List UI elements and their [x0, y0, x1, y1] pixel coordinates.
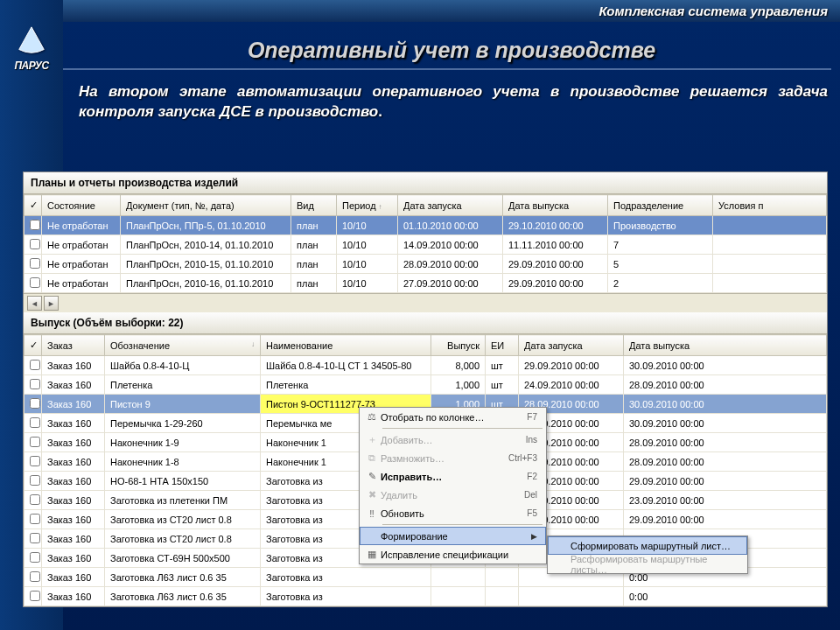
table-row[interactable]: Не отработанПланПрОсн, 2010-15, 01.10.20… — [24, 255, 827, 274]
row-checkbox[interactable] — [30, 258, 40, 269]
page-title: Оперативный учет в производстве — [63, 22, 840, 68]
row-checkbox[interactable] — [30, 360, 40, 370]
menu-item: ✖УдалитьDel — [360, 486, 546, 504]
col-order[interactable]: Заказ — [42, 335, 105, 356]
table-row[interactable]: Заказ 160Шайба 0.8-4-10-ЦШайба 0.8-4-10-… — [24, 356, 827, 375]
row-checkbox[interactable] — [30, 456, 40, 466]
row-checkbox[interactable] — [30, 398, 40, 409]
row-checkbox[interactable] — [30, 533, 40, 543]
plans-header-row[interactable]: ✓ Состояние Документ (тип, №, дата) Вид … — [24, 195, 827, 216]
row-checkbox[interactable] — [30, 239, 40, 249]
submenu-item[interactable]: Сформировать маршрутный лист… — [548, 536, 747, 555]
menu-icon: ⚖ — [363, 411, 381, 423]
menu-shortcut: Del — [524, 490, 537, 500]
table-row[interactable]: Не отработанПланПрОсн, 2010-16, 01.10.20… — [24, 274, 827, 293]
col-period[interactable]: Период↑ — [337, 195, 398, 216]
col-type[interactable]: Вид — [291, 195, 337, 216]
row-checkbox[interactable] — [30, 494, 40, 505]
menu-shortcut: F2 — [527, 472, 537, 481]
menu-label: Отобрать по колонке… — [381, 412, 527, 423]
col-start[interactable]: Дата запуска — [519, 335, 624, 356]
row-checkbox[interactable] — [30, 475, 40, 486]
row-checkbox[interactable] — [30, 571, 40, 582]
menu-item[interactable]: ‼ОбновитьF5 — [360, 504, 546, 522]
submenu-arrow-icon: ▶ — [531, 532, 537, 541]
title-divider — [63, 68, 831, 70]
row-checkbox[interactable] — [30, 379, 40, 389]
col-check[interactable]: ✓ — [24, 335, 42, 356]
menu-item: ＋Добавить…Ins — [360, 430, 546, 449]
col-state[interactable]: Состояние — [42, 195, 121, 216]
menu-separator — [382, 428, 542, 429]
context-menu[interactable]: ⚖Отобрать по колонке…F7＋Добавить…Ins⧉Раз… — [359, 407, 547, 564]
menu-icon: ▦ — [363, 549, 381, 560]
system-header: Комплексная система управления — [0, 0, 840, 22]
menu-shortcut: Ins — [526, 435, 537, 444]
table-row[interactable]: Заказ 160ПлетенкаПлетенка1,000шт24.09.20… — [24, 375, 827, 395]
table-row[interactable]: Заказ 160Заготовка Л63 лист 0.6 35Загото… — [24, 587, 827, 606]
col-end[interactable]: Дата выпуска — [503, 195, 608, 216]
row-checkbox[interactable] — [30, 220, 40, 230]
menu-label: Обновить — [381, 508, 527, 519]
panel-output-title: Выпуск (Объём выборки: 22) — [24, 312, 827, 334]
plans-grid[interactable]: ✓ Состояние Документ (тип, №, дата) Вид … — [24, 194, 827, 293]
menu-label: Размножить… — [381, 453, 508, 464]
menu-icon: ‼ — [363, 508, 381, 519]
col-cond[interactable]: Условия п — [713, 195, 827, 216]
table-row[interactable]: Не отработанПланПрОсн, ППр-5, 01.10.2010… — [24, 216, 827, 235]
menu-item[interactable]: ✎Исправить…F2 — [360, 467, 546, 486]
menu-icon: ✎ — [363, 471, 381, 482]
submenu-item: Расформировать маршрутные листы… — [548, 555, 747, 573]
menu-separator — [382, 524, 542, 525]
col-doc[interactable]: Документ (тип, №, дата) — [121, 195, 291, 216]
plans-scrollbar[interactable]: ◄ ► — [24, 293, 827, 312]
context-submenu[interactable]: Сформировать маршрутный лист…Расформиров… — [547, 536, 748, 574]
menu-label: Формирование — [381, 531, 531, 542]
menu-item[interactable]: Формирование▶ — [360, 527, 546, 545]
row-checkbox[interactable] — [30, 552, 40, 563]
menu-label: Исправление спецификации — [381, 550, 537, 560]
panel-plans-title: Планы и отчеты производства изделий — [24, 172, 827, 194]
logo-icon — [15, 24, 48, 58]
intro-text: На втором этапе автоматизации оперативно… — [79, 82, 828, 122]
menu-shortcut: F5 — [527, 508, 537, 518]
menu-icon: ⧉ — [363, 452, 381, 464]
menu-label: Исправить… — [381, 472, 527, 482]
row-checkbox[interactable] — [30, 437, 40, 447]
menu-label: Удалить — [381, 490, 524, 500]
col-unit[interactable]: ЕИ — [486, 335, 519, 356]
col-dept[interactable]: Подразделение — [608, 195, 713, 216]
col-code[interactable]: Обозначение↓ — [105, 335, 261, 356]
logo-text: ПАРУС — [14, 60, 48, 72]
col-start[interactable]: Дата запуска — [398, 195, 503, 216]
menu-shortcut: Ctrl+F3 — [508, 453, 537, 463]
menu-item[interactable]: ▦Исправление спецификации — [360, 545, 546, 564]
table-row[interactable]: Не отработанПланПрОсн, 2010-14, 01.10.20… — [24, 235, 827, 255]
row-checkbox[interactable] — [30, 591, 40, 601]
scroll-left-icon[interactable]: ◄ — [27, 296, 42, 311]
col-name[interactable]: Наименование — [261, 335, 431, 356]
menu-icon: ＋ — [363, 433, 381, 446]
menu-icon: ✖ — [363, 489, 381, 500]
menu-label: Добавить… — [381, 435, 526, 445]
menu-item[interactable]: ⚖Отобрать по колонке…F7 — [360, 408, 546, 426]
col-end[interactable]: Дата выпуска — [624, 335, 827, 356]
row-checkbox[interactable] — [30, 417, 40, 428]
col-check[interactable]: ✓ — [24, 195, 42, 216]
output-header-row[interactable]: ✓ Заказ Обозначение↓ Наименование Выпуск… — [24, 335, 827, 356]
row-checkbox[interactable] — [30, 277, 40, 288]
menu-shortcut: F7 — [527, 412, 537, 422]
scroll-right-icon[interactable]: ► — [44, 296, 59, 311]
menu-item: ⧉Размножить…Ctrl+F3 — [360, 449, 546, 467]
col-qty[interactable]: Выпуск — [431, 335, 486, 356]
row-checkbox[interactable] — [30, 514, 40, 524]
